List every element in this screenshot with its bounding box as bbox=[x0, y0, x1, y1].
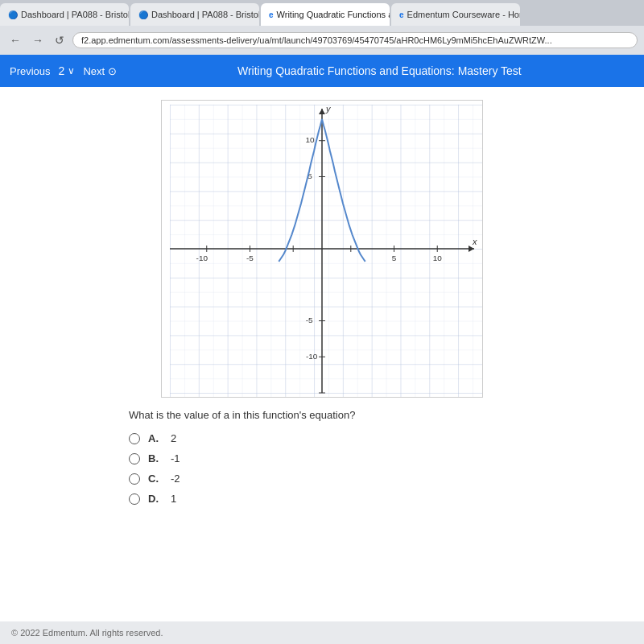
browser-chrome: 🔵 Dashboard | PA088 - Bristol To ✕ 🔵 Das… bbox=[0, 0, 644, 55]
choice-a[interactable]: A. 2 bbox=[129, 432, 515, 444]
tab-4-icon: e bbox=[399, 10, 404, 19]
tab-3[interactable]: e Writing Quadratic Functions a ✕ bbox=[261, 3, 390, 26]
tab-bar: 🔵 Dashboard | PA088 - Bristol To ✕ 🔵 Das… bbox=[0, 0, 644, 26]
radio-c[interactable] bbox=[129, 473, 140, 485]
app-toolbar: Previous 2 ∨ Next ⊙ Writing Quadratic Fu… bbox=[0, 55, 644, 87]
choice-c[interactable]: C. -2 bbox=[129, 473, 515, 485]
choice-b[interactable]: B. -1 bbox=[129, 452, 515, 464]
tab-1[interactable]: 🔵 Dashboard | PA088 - Bristol To ✕ bbox=[0, 3, 129, 26]
choice-d-value: 1 bbox=[171, 493, 176, 505]
choice-c-label: C. bbox=[148, 473, 163, 485]
chevron-down-icon[interactable]: ∨ bbox=[68, 65, 75, 76]
svg-text:-10: -10 bbox=[306, 352, 318, 361]
tab-3-label: Writing Quadratic Functions a bbox=[277, 10, 390, 19]
tab-4-label: Edmentum Courseware - Hom bbox=[407, 10, 520, 19]
svg-text:-10: -10 bbox=[196, 254, 208, 262]
choice-b-value: -1 bbox=[171, 452, 180, 464]
svg-text:-5: -5 bbox=[306, 316, 313, 324]
svg-text:x: x bbox=[472, 237, 477, 246]
tab-4[interactable]: e Edmentum Courseware - Hom ✕ bbox=[391, 3, 520, 26]
svg-text:10: 10 bbox=[433, 254, 443, 262]
forward-button[interactable]: → bbox=[29, 32, 47, 48]
tab-3-icon: e bbox=[269, 10, 274, 19]
tab-1-label: Dashboard | PA088 - Bristol To bbox=[21, 10, 129, 19]
content-area: -10 -5 5 10 x 10 5 -5 -10 y bbox=[0, 87, 644, 621]
page-title: Writing Quadratic Functions and Equation… bbox=[125, 64, 634, 77]
choice-c-value: -2 bbox=[171, 473, 180, 485]
svg-text:-5: -5 bbox=[246, 254, 254, 262]
question-number-group: 2 ∨ bbox=[59, 64, 76, 77]
address-bar: ← → ↺ f2.app.edmentum.com/assessments-de… bbox=[0, 26, 644, 55]
choice-b-label: B. bbox=[148, 452, 163, 464]
question-text: What is the value of a in this function'… bbox=[129, 409, 515, 421]
back-button[interactable]: ← bbox=[6, 32, 24, 48]
choice-a-label: A. bbox=[148, 432, 163, 444]
radio-b[interactable] bbox=[129, 453, 140, 464]
choice-d-label: D. bbox=[148, 493, 163, 505]
graph-svg: -10 -5 5 10 x 10 5 -5 -10 y bbox=[162, 101, 482, 397]
tab-2-label: Dashboard | PA088 - Bristol To bbox=[151, 10, 259, 19]
url-field[interactable]: f2.app.edmentum.com/assessments-delivery… bbox=[72, 32, 638, 48]
copyright-text: © 2022 Edmentum. All rights reserved. bbox=[11, 628, 163, 638]
radio-a[interactable] bbox=[129, 433, 140, 444]
reload-button[interactable]: ↺ bbox=[52, 32, 68, 48]
choice-d[interactable]: D. 1 bbox=[129, 493, 515, 505]
svg-rect-2 bbox=[170, 105, 482, 397]
svg-text:10: 10 bbox=[306, 135, 316, 144]
tab-2[interactable]: 🔵 Dashboard | PA088 - Bristol To ✕ bbox=[130, 3, 259, 26]
radio-d[interactable] bbox=[129, 493, 140, 505]
question-number: 2 bbox=[59, 64, 65, 77]
next-button[interactable]: Next ⊙ bbox=[83, 65, 116, 77]
svg-text:5: 5 bbox=[392, 254, 397, 262]
answer-choices: A. 2 B. -1 C. -2 D. 1 bbox=[129, 432, 515, 505]
tab-2-icon: 🔵 bbox=[138, 10, 148, 19]
graph-container: -10 -5 5 10 x 10 5 -5 -10 y bbox=[161, 100, 483, 398]
tab-1-icon: 🔵 bbox=[8, 10, 18, 19]
previous-button[interactable]: Previous bbox=[10, 65, 51, 77]
next-arrow-icon: ⊙ bbox=[108, 65, 117, 77]
footer: © 2022 Edmentum. All rights reserved. bbox=[0, 621, 644, 644]
choice-a-value: 2 bbox=[171, 432, 176, 444]
